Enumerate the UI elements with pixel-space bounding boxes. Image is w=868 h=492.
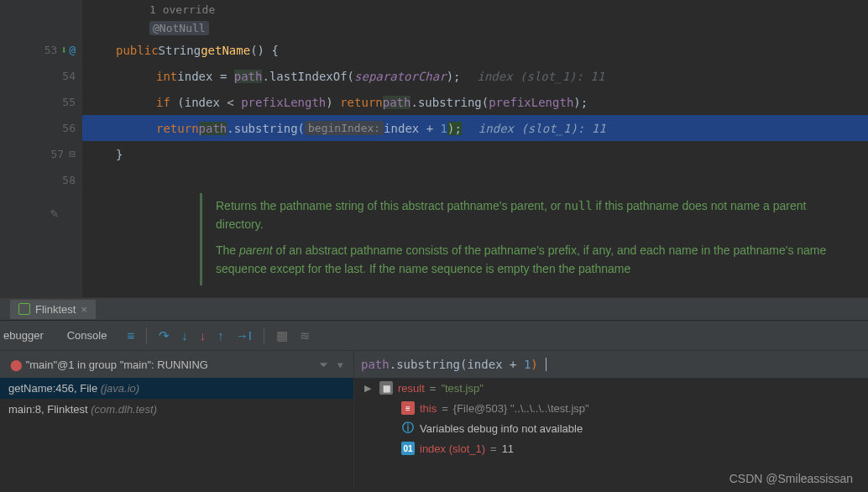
debug-content: ⬤ "main"@1 in group "main": RUNNING ⏷ ▾ …: [0, 351, 868, 492]
evaluate-icon[interactable]: ▦: [276, 328, 288, 343]
run-tab-flinktest[interactable]: Flinktest ×: [10, 300, 96, 319]
step-into-icon[interactable]: ↓: [181, 328, 188, 343]
param-hint-beginindex: beginIndex:: [305, 121, 384, 135]
code-line-57[interactable]: }: [82, 141, 868, 167]
tab-debugger[interactable]: ebugger: [0, 322, 55, 348]
dropdown-icon[interactable]: ▾: [337, 359, 343, 371]
debugger-toolbar: ebugger Console ≡ ↷ ↓ ↓ ↑ →I ▦ ≋: [0, 321, 868, 351]
inline-value-hint: index (slot_1): 11: [478, 122, 606, 135]
line-number: 53: [44, 44, 58, 56]
run-tab-bar: Flinktest ×: [0, 297, 868, 321]
variable-this[interactable]: ≡ this = {File@503} "..\..\..\..\test.js…: [354, 398, 868, 418]
separator: [146, 327, 147, 344]
thread-label: "main"@1 in group "main": RUNNING: [26, 359, 208, 371]
line-number: 55: [62, 96, 76, 108]
stack-frame[interactable]: main:8, Flinktest (com.dlh.test): [0, 399, 353, 420]
line-number: 56: [62, 122, 76, 134]
run-config-icon: [18, 303, 30, 315]
variable-info: ⓘ Variables debug info not available: [354, 418, 868, 438]
variable-result[interactable]: ▶ ▦ result = "test.jsp": [354, 378, 868, 398]
result-icon: ▦: [379, 381, 393, 395]
gutter-line-56[interactable]: 56: [0, 115, 82, 141]
inline-value-hint: index (slot_1): 11: [477, 70, 604, 83]
override-icon[interactable]: ⬇: [60, 44, 67, 56]
code-editor[interactable]: 53 ⬇ @ 54 55 56 57 ⊟ 58 1 override @NotN…: [0, 0, 868, 297]
line-number: 57: [51, 148, 65, 160]
code-line-53[interactable]: public String getName() {: [82, 37, 868, 63]
force-step-into-icon[interactable]: ↓: [200, 328, 207, 343]
variables-panel: path.substring(index + 1) ▶ ▦ result = "…: [354, 351, 868, 492]
stack-frame[interactable]: getName:456, File (java.io): [0, 378, 353, 399]
line-number: 54: [62, 70, 76, 82]
frames-panel: ⬤ "main"@1 in group "main": RUNNING ⏷ ▾ …: [0, 351, 354, 492]
gutter: 53 ⬇ @ 54 55 56 57 ⊟ 58: [0, 0, 82, 297]
int-icon: 01: [401, 442, 415, 455]
filter-icon[interactable]: ⏷: [318, 359, 329, 371]
gutter-line-55[interactable]: 55: [0, 89, 82, 115]
gutter-line-58[interactable]: 58: [0, 167, 82, 193]
code-area[interactable]: 1 override @NotNull public String getNam…: [82, 0, 868, 297]
this-icon: ≡: [401, 401, 415, 415]
step-over-icon[interactable]: ≡: [127, 328, 134, 343]
variable-index[interactable]: 01 index (slot_1) = 11: [354, 438, 868, 458]
close-icon[interactable]: ×: [81, 303, 87, 316]
thread-selector[interactable]: ⬤ "main"@1 in group "main": RUNNING ⏷ ▾: [0, 351, 353, 378]
implements-icon[interactable]: @: [69, 44, 76, 56]
watermark: CSDN @Smileassissan: [729, 472, 853, 485]
edit-icon[interactable]: ✎: [50, 205, 59, 221]
gutter-line-54[interactable]: 54: [0, 63, 82, 89]
annotation-notnull: @NotNull: [149, 21, 209, 35]
info-icon: ⓘ: [401, 421, 415, 435]
javadoc-panel: Returns the pathname string of this abst…: [82, 193, 868, 285]
gutter-annotation: [0, 18, 82, 37]
code-line-54[interactable]: int index = path.lastIndexOf(separatorCh…: [82, 63, 868, 89]
separator: [264, 327, 264, 344]
gutter-line-57[interactable]: 57 ⊟: [0, 141, 82, 167]
gutter-line-53[interactable]: 53 ⬇ @: [0, 37, 82, 63]
override-hint: 1 override: [116, 3, 215, 16]
code-line-55[interactable]: if (index < prefixLength) return path.su…: [82, 89, 868, 115]
evaluate-expression-bar[interactable]: path.substring(index + 1): [354, 351, 868, 378]
collapse-icon[interactable]: ⊟: [69, 148, 76, 160]
line-number: 58: [62, 174, 76, 186]
tab-console[interactable]: Console: [55, 322, 119, 348]
code-line-56-current[interactable]: return path.substring(beginIndex: index …: [82, 115, 868, 141]
step-over-icon[interactable]: ↷: [159, 328, 170, 343]
tab-label: Flinktest: [35, 303, 76, 316]
code-line-58[interactable]: [82, 167, 868, 193]
step-out-icon[interactable]: ↑: [217, 328, 224, 343]
run-to-cursor-icon[interactable]: →I: [236, 328, 252, 343]
trace-icon[interactable]: ≋: [300, 328, 311, 343]
expand-icon[interactable]: ▶: [364, 383, 371, 394]
gutter-override: [0, 0, 82, 18]
